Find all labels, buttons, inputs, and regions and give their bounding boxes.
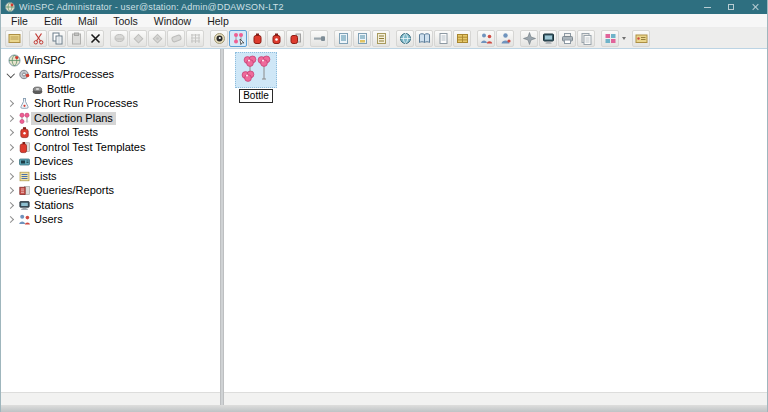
new-filter-button[interactable] [453, 30, 471, 47]
bottle-part-icon [30, 83, 44, 96]
delete-x-icon [89, 32, 102, 45]
new-user-button[interactable] [496, 30, 514, 47]
detail-horizontal-scrollbar[interactable] [224, 392, 767, 405]
device-doc-icon [356, 32, 369, 45]
new-control-chart-button[interactable] [267, 30, 285, 47]
people-icon [480, 32, 493, 45]
menu-window[interactable]: Window [146, 14, 199, 28]
collection-plan-large-icon [240, 55, 272, 85]
close-button[interactable] [743, 0, 767, 14]
new-gage-button[interactable] [310, 30, 328, 47]
new-web-page-button[interactable] [396, 30, 414, 47]
tree-label: Queries/Reports [31, 184, 117, 197]
collection-plans-icon [17, 112, 31, 125]
tree-label: Lists [31, 170, 60, 183]
tree-item-users[interactable]: Users [1, 213, 220, 228]
menu-edit[interactable]: Edit [36, 14, 70, 28]
tree-label: Bottle [44, 83, 78, 96]
rename-button[interactable] [167, 30, 185, 47]
new-report-button[interactable] [415, 30, 433, 47]
navigator-button[interactable] [520, 30, 538, 47]
collection-plan-item-bottle[interactable]: Bottle [233, 52, 279, 103]
grid-icon-disabled [189, 32, 202, 45]
menu-help[interactable]: Help [199, 14, 237, 28]
undo-button[interactable] [110, 30, 128, 47]
cut-button[interactable] [29, 30, 47, 47]
flask-icon [17, 97, 31, 110]
expander-collapsed-icon[interactable] [5, 97, 17, 112]
expander-collapsed-icon[interactable] [5, 140, 17, 155]
new-control-test-button[interactable] [248, 30, 266, 47]
pages-icon [580, 32, 593, 45]
palette-dropdown-arrow[interactable] [620, 30, 627, 47]
stamp-icon-disabled [170, 32, 183, 45]
item-selection-highlight[interactable] [235, 52, 277, 88]
eraser-icon-disabled [113, 32, 126, 45]
red-bell-page-icon [289, 32, 302, 45]
new-output-device-button[interactable] [372, 30, 390, 47]
view-button[interactable] [210, 30, 228, 47]
item-label-edit-box[interactable]: Bottle [239, 89, 273, 103]
new-input-device-button[interactable] [353, 30, 371, 47]
copy-item-button[interactable] [577, 30, 595, 47]
tree-item-stations[interactable]: Stations [1, 198, 220, 213]
expander-collapsed-icon[interactable] [5, 155, 17, 170]
color-grid-icon [604, 32, 617, 45]
tree-horizontal-scrollbar[interactable] [1, 392, 220, 405]
tree-item-short-run-processes[interactable]: Short Run Processes [1, 97, 220, 112]
red-bell-icon [270, 32, 283, 45]
new-part-button[interactable] [5, 30, 23, 47]
move-up-button[interactable] [148, 30, 166, 47]
tree-item-devices[interactable]: Devices [1, 155, 220, 170]
new-collection-plan-button[interactable] [229, 30, 247, 47]
expander-collapsed-icon[interactable] [5, 184, 17, 199]
expander-collapsed-icon[interactable] [5, 213, 17, 228]
printer-icon [561, 32, 574, 45]
tree-label: Devices [31, 155, 76, 168]
new-control-test-template-button[interactable] [286, 30, 304, 47]
winspc-globe-icon [7, 54, 21, 67]
menu-mail[interactable]: Mail [70, 14, 105, 28]
device-doc-icon [375, 32, 388, 45]
expander-collapsed-icon[interactable] [5, 111, 17, 126]
maximize-icon [728, 4, 734, 10]
tree-item-queries-reports[interactable]: Queries/Reports [1, 184, 220, 199]
expander-spacer [18, 82, 30, 97]
grid-button[interactable] [186, 30, 204, 47]
tree-item-control-tests[interactable]: Control Tests [1, 126, 220, 141]
menu-tools[interactable]: Tools [105, 14, 146, 28]
tree-item-winspc[interactable]: WinSPC [1, 53, 220, 68]
tree-item-bottle[interactable]: Bottle [1, 82, 220, 97]
gage-icon [313, 32, 326, 45]
delete-button[interactable] [86, 30, 104, 47]
tree-item-collection-plans[interactable]: Collection Plans [1, 111, 220, 126]
detail-panel: Bottle [224, 49, 767, 405]
minimize-button[interactable] [695, 0, 719, 14]
station-monitor-button[interactable] [539, 30, 557, 47]
menu-file[interactable]: File [3, 14, 36, 28]
expander-expanded-icon[interactable] [5, 68, 17, 83]
color-palette-button[interactable] [601, 30, 619, 47]
expander-collapsed-icon[interactable] [5, 126, 17, 141]
clipboard-icon [70, 32, 83, 45]
paste-button[interactable] [67, 30, 85, 47]
tree-item-lists[interactable]: Lists [1, 169, 220, 184]
print-button[interactable] [558, 30, 576, 47]
content-area: WinSPC Parts/Processes Bottle [1, 49, 767, 405]
tree-item-control-test-templates[interactable]: Control Test Templates [1, 140, 220, 155]
expander-collapsed-icon[interactable] [5, 198, 17, 213]
tree-item-parts-processes[interactable]: Parts/Processes [1, 68, 220, 83]
certificate-button[interactable] [632, 30, 650, 47]
new-device-button[interactable] [334, 30, 352, 47]
monitor-icon [542, 32, 555, 45]
tree-label: Control Test Templates [31, 141, 148, 154]
redo-button[interactable] [129, 30, 147, 47]
cabinet-icon [456, 32, 469, 45]
expander-collapsed-icon[interactable] [5, 169, 17, 184]
device-doc-icon [337, 32, 350, 45]
maximize-button[interactable] [719, 0, 743, 14]
copy-button[interactable] [48, 30, 66, 47]
new-station-button[interactable] [477, 30, 495, 47]
new-query-button[interactable] [434, 30, 452, 47]
globe-icon [399, 32, 412, 45]
